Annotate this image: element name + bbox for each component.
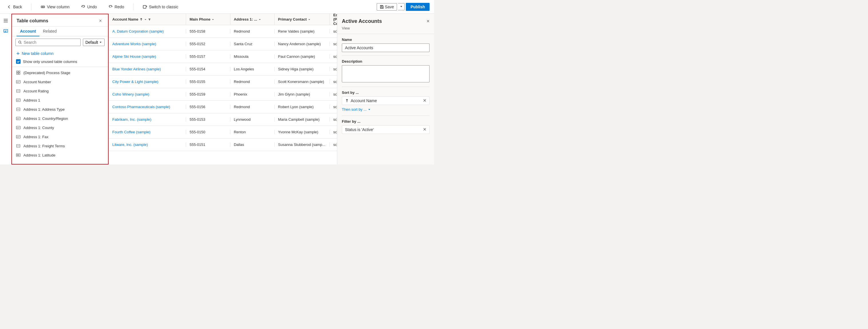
svg-rect-17 — [16, 135, 20, 138]
columns-list: (Deprecated) Process Stage Account Numbe… — [12, 67, 108, 164]
cell-account[interactable]: Blue Yonder Airlines (sample) — [109, 67, 186, 71]
view-column-label: View column — [47, 5, 69, 9]
tab-related[interactable]: Related — [39, 27, 60, 36]
save-dropdown-button[interactable] — [398, 3, 405, 10]
save-label: Save — [385, 5, 394, 9]
name-input[interactable] — [342, 44, 430, 52]
table-row[interactable]: Alpine Ski House (sample) 555-0157 Misso… — [109, 50, 337, 63]
content-area: Account Name Main Phone — [108, 14, 337, 165]
save-button[interactable]: Save — [377, 3, 397, 10]
col-header-phone[interactable]: Main Phone — [186, 14, 230, 25]
undo-button[interactable]: Undo — [79, 3, 99, 10]
tab-account[interactable]: Account — [17, 27, 39, 36]
abc-icon-button[interactable] — [1, 26, 10, 35]
cell-account[interactable]: Alpine Ski House (sample) — [109, 54, 186, 59]
filter-section: Filter by ... Status is 'Active' — [337, 116, 434, 137]
view-column-button[interactable]: View column — [38, 3, 72, 10]
description-label: Description — [342, 59, 430, 63]
right-panel: Active Accounts × View Name Description … — [337, 14, 434, 165]
table-row[interactable]: Contoso Pharmaceuticals (sample) 555-015… — [109, 101, 337, 113]
back-button[interactable]: Back — [5, 3, 24, 10]
cell-account[interactable]: Litware, Inc. (sample) — [109, 142, 186, 147]
table-row[interactable]: A. Datum Corporation (sample) 555-0158 R… — [109, 25, 337, 38]
toolbar-right: Save Publish — [377, 3, 430, 11]
list-item[interactable]: Address 1: County — [12, 123, 108, 132]
num-icon — [16, 152, 21, 158]
publish-button[interactable]: Publish — [406, 3, 430, 11]
svg-rect-16 — [16, 126, 20, 129]
data-grid: Account Name Main Phone — [109, 14, 337, 165]
svg-rect-10 — [19, 73, 20, 74]
cell-account[interactable]: Contoso Pharmaceuticals (sample) — [109, 105, 186, 109]
panel-close-button[interactable]: × — [97, 18, 103, 24]
cell-phone: 555-0157 — [186, 54, 230, 59]
abc-icon-5 — [16, 134, 21, 140]
list-item[interactable]: Address 1: Country/Region — [12, 114, 108, 123]
new-column-button[interactable]: New table column — [16, 50, 104, 57]
dash-icon-2 — [16, 106, 21, 112]
list-item[interactable]: Address 1 — [12, 95, 108, 105]
table-row[interactable]: Adventure Works (sample) 555-0152 Santa … — [109, 38, 337, 50]
cell-account[interactable]: Fabrikam, Inc. (sample) — [109, 117, 186, 121]
list-item[interactable]: Address 1: Freight Terms — [12, 141, 108, 150]
chevron-down-icon-2 — [368, 108, 371, 111]
list-item[interactable]: Account Rating — [12, 86, 108, 95]
cell-address: Phoenix — [230, 92, 275, 97]
right-panel-close-button[interactable]: × — [427, 18, 430, 24]
grid-header: Account Name Main Phone — [109, 14, 337, 25]
cell-contact: Paul Cannon (sample) — [275, 54, 330, 59]
cell-address: Dallas — [230, 142, 275, 147]
cell-phone: 555-0156 — [186, 105, 230, 109]
name-label: Name — [342, 37, 430, 42]
cell-address: Santa Cruz — [230, 42, 275, 46]
col-header-address[interactable]: Address 1: ... — [230, 14, 275, 25]
cell-email: someone_g@example.com — [330, 105, 337, 109]
icon-strip — [0, 14, 11, 165]
search-input[interactable] — [24, 40, 78, 45]
col-header-contact[interactable]: Primary Contact — [275, 14, 330, 25]
menu-icon-button[interactable] — [1, 16, 10, 25]
table-row[interactable]: Blue Yonder Airlines (sample) 555-0154 L… — [109, 63, 337, 76]
cell-email: someone_j@example.com — [330, 92, 337, 97]
switch-classic-button[interactable]: Switch to classic — [140, 3, 181, 10]
list-item[interactable]: Address 1: Fax — [12, 132, 108, 141]
cell-address: Los Angeles — [230, 67, 275, 71]
default-dropdown[interactable]: Default — [83, 38, 104, 46]
unused-checkbox[interactable] — [16, 59, 21, 64]
list-item[interactable]: (Deprecated) Process Stage — [12, 68, 108, 77]
switch-label: Switch to classic — [149, 5, 178, 9]
redo-button[interactable]: Redo — [106, 3, 126, 10]
sort-section: Sort by ... Account Name Then sort by ..… — [337, 87, 434, 116]
list-item[interactable]: Address 1: Address Type — [12, 105, 108, 114]
cell-account[interactable]: A. Datum Corporation (sample) — [109, 29, 186, 33]
table-row[interactable]: Fourth Coffee (sample) 555-0150 Renton Y… — [109, 126, 337, 138]
cell-account[interactable]: Fourth Coffee (sample) — [109, 130, 186, 134]
cell-email: someone_a@example.com — [330, 130, 337, 134]
sort-clear-button[interactable] — [423, 99, 427, 103]
col-header-email[interactable]: Email (Primary Co... — [330, 14, 337, 25]
table-row[interactable]: Coho Winery (sample) 555-0159 Phoenix Ji… — [109, 88, 337, 101]
cell-account[interactable]: City Power & Light (sample) — [109, 80, 186, 84]
table-row[interactable]: Litware, Inc. (sample) 555-0151 Dallas S… — [109, 138, 337, 151]
description-section: Description — [337, 56, 434, 87]
cell-phone: 555-0152 — [186, 42, 230, 46]
table-row[interactable]: City Power & Light (sample) 555-0155 Red… — [109, 76, 337, 88]
cell-phone: 555-0159 — [186, 92, 230, 97]
sort-item: Account Name — [342, 97, 430, 105]
cell-account[interactable]: Adventure Works (sample) — [109, 42, 186, 46]
table-row[interactable]: Fabrikam, Inc. (sample) 555-0153 Lynnwoo… — [109, 113, 337, 126]
cell-contact: Susanna Stubberod (samp... — [275, 142, 330, 147]
svg-rect-9 — [17, 73, 18, 74]
unused-checkbox-row[interactable]: Show only unused table columns — [16, 58, 104, 65]
toolbar: Back View column Undo Redo Switch to cla… — [0, 0, 434, 14]
cell-account[interactable]: Coho Winery (sample) — [109, 92, 186, 97]
svg-point-0 — [42, 7, 43, 7]
description-input[interactable] — [342, 65, 430, 82]
list-item[interactable]: Address 1: Latitude — [12, 150, 108, 160]
svg-rect-13 — [16, 99, 20, 102]
filter-clear-button[interactable] — [423, 128, 427, 132]
list-item[interactable]: Account Number — [12, 77, 108, 86]
then-sort-button[interactable]: Then sort by ... — [342, 107, 371, 112]
col-header-account[interactable]: Account Name — [109, 14, 186, 25]
unused-label: Show only unused table columns — [23, 59, 77, 64]
